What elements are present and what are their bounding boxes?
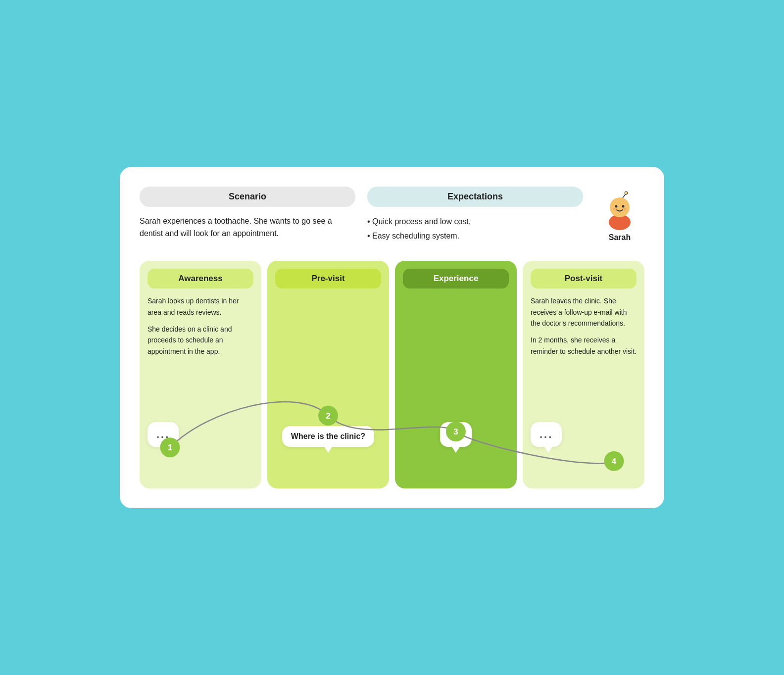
awareness-bubble-wrapper: ... <box>147 417 253 451</box>
expectation-item-1: • Quick process and low cost, <box>367 215 583 229</box>
col-awareness: Awareness Sarah looks up dentists in her… <box>140 261 261 488</box>
svg-line-4 <box>623 194 626 198</box>
col-previsit-header: Pre-visit <box>275 269 381 289</box>
avatar-name: Sarah <box>609 233 631 242</box>
avatar-illustration <box>600 187 639 231</box>
col-previsit-text <box>275 295 381 421</box>
expectation-item-2: • Easy scheduling system. <box>367 229 583 243</box>
col-postvisit-text: Sarah leaves the clinic. She receives a … <box>531 295 637 417</box>
expectations-label: Expectations <box>367 187 583 207</box>
col-experience-header: Experience <box>403 269 509 289</box>
expectations-box: Expectations • Quick process and low cos… <box>367 187 583 243</box>
col-postvisit: Post-visit Sarah leaves the clinic. She … <box>523 261 644 488</box>
col-postvisit-header: Post-visit <box>531 269 637 289</box>
scenario-box: Scenario Sarah experiences a toothache. … <box>140 187 355 240</box>
expectations-text: • Quick process and low cost, • Easy sch… <box>367 215 583 243</box>
scenario-label: Scenario <box>140 187 355 207</box>
col-experience: Experience ... <box>395 261 517 488</box>
col-experience-text <box>403 295 509 417</box>
svg-point-3 <box>622 205 625 207</box>
avatar-box: Sarah <box>595 187 644 242</box>
scenario-text: Sarah experiences a toothache. She wants… <box>140 215 355 240</box>
main-card: Scenario Sarah experiences a toothache. … <box>120 167 664 509</box>
previsit-bubble-wrapper: Where is the clinic? <box>275 421 381 451</box>
experience-bubble-wrapper: ... <box>403 417 509 451</box>
col-awareness-text: Sarah looks up dentists in her area and … <box>147 295 253 417</box>
previsit-bubble: Where is the clinic? <box>282 426 374 447</box>
awareness-bubble: ... <box>147 422 179 447</box>
svg-point-7 <box>623 207 627 210</box>
col-previsit: Pre-visit Where is the clinic? <box>267 261 389 488</box>
postvisit-bubble: ... <box>531 422 562 447</box>
svg-point-2 <box>615 205 618 207</box>
top-section: Scenario Sarah experiences a toothache. … <box>140 187 644 243</box>
journey-section: Awareness Sarah looks up dentists in her… <box>140 261 644 488</box>
journey-wrapper: Awareness Sarah looks up dentists in her… <box>140 261 644 488</box>
svg-point-6 <box>613 207 617 210</box>
svg-point-1 <box>610 197 630 217</box>
experience-bubble: ... <box>440 422 471 447</box>
postvisit-bubble-wrapper: ... <box>531 417 637 451</box>
svg-point-5 <box>625 192 628 194</box>
col-awareness-header: Awareness <box>147 269 253 289</box>
